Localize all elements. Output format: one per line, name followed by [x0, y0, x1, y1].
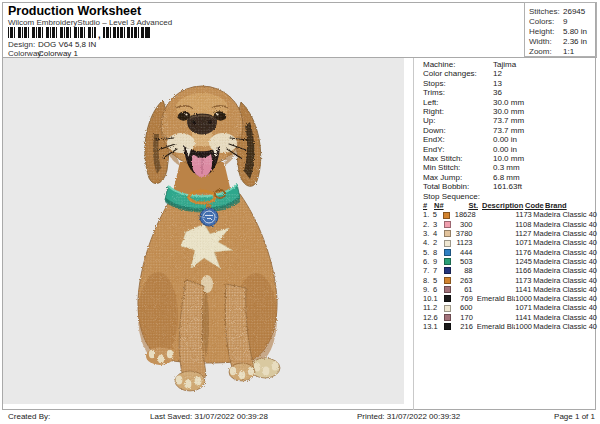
thread-code: 1176: [515, 248, 533, 257]
machine-setting-row: Left: 30.0 mm: [423, 98, 597, 107]
thread-code: 1166: [515, 266, 533, 275]
dog-embroidery-design: [130, 83, 285, 403]
thread-description: Emerald Black: [477, 294, 515, 303]
thread-color-swatch: [443, 212, 450, 219]
needle-number: 5: [433, 210, 444, 219]
needle-number: 7: [433, 266, 444, 275]
thread-color-swatch: [444, 305, 451, 312]
thread-brand: Madeira Classic 40: [533, 285, 597, 294]
col-header-code: Code: [525, 201, 545, 210]
panel-divider: [413, 58, 414, 410]
stats-value: 5.80 in: [563, 27, 587, 37]
stop-number: 1.: [423, 210, 433, 219]
stop-sequence-heading: Stop Sequence:: [423, 192, 597, 201]
stop-sequence-row: 3. 4 3780 1127 Madeira Classic 40: [423, 229, 597, 238]
machine-setting-value: 0.3 mm: [493, 163, 520, 172]
needle-number: 9: [433, 257, 444, 266]
stitch-count: 444: [455, 248, 476, 257]
thread-brand: Madeira Classic 40: [533, 266, 597, 275]
machine-setting-label: Machine:: [423, 60, 493, 69]
machine-setting-value: 36: [493, 88, 502, 97]
stop-sequence-row: 8. 5 263 1173 Madeira Classic 40: [423, 276, 597, 285]
thread-code: 1108: [515, 220, 533, 229]
machine-setting-value: Tajima: [493, 60, 516, 69]
machine-setting-label: Stops:: [423, 79, 493, 88]
stop-number: 3.: [423, 229, 433, 238]
machine-setting-label: Min Stitch:: [423, 163, 493, 172]
thread-brand: Madeira Classic 40: [533, 276, 597, 285]
stitch-count: 170: [456, 313, 477, 322]
thread-code: 1071: [515, 303, 533, 312]
machine-setting-label: Down:: [423, 126, 493, 135]
machine-setting-row: EndY: 0.00 in: [423, 145, 597, 154]
machine-setting-value: 12: [493, 69, 502, 78]
thread-code: 1173: [516, 210, 534, 219]
stats-row: Width: 2.36 in: [529, 37, 596, 47]
machine-setting-label: Left:: [423, 98, 493, 107]
stats-value: 1:1: [563, 47, 574, 57]
stop-number: 5.: [423, 248, 433, 257]
machine-setting-row: Total Bobbin: 161.63ft: [423, 182, 597, 191]
col-header-needle: N#: [434, 201, 446, 210]
stats-row: Zoom: 1:1: [529, 47, 596, 57]
thread-code: 1000: [515, 294, 533, 303]
stitch-count: 88: [455, 266, 476, 275]
machine-setting-value: 161.63ft: [493, 182, 522, 191]
needle-number: 6: [433, 313, 444, 322]
col-header-num: #: [423, 201, 434, 210]
thread-color-swatch: [444, 295, 451, 302]
col-header-description: Description: [482, 201, 525, 210]
machine-setting-row: Trims: 36: [423, 88, 597, 97]
stop-sequence-row: 13. 1 216 Emerald Black 1000 Madeira Cla…: [423, 322, 597, 331]
thread-color-swatch: [444, 323, 451, 330]
thread-color-swatch: [444, 249, 451, 256]
thread-color-swatch: [444, 258, 451, 265]
stitch-count: 503: [455, 257, 476, 266]
thread-brand: Madeira Classic 40: [533, 303, 597, 312]
needle-number: 2: [433, 303, 444, 312]
machine-setting-value: 30.0 mm: [493, 107, 524, 116]
stop-sequence-row: 2. 3 300 1108 Madeira Classic 40: [423, 220, 597, 229]
machine-setting-row: Min Stitch: 0.3 mm: [423, 163, 597, 172]
design-stats-box: Stitches: 26945 Colors: 9 Height: 5.80 i…: [524, 2, 597, 57]
machine-setting-value: 73.7 mm: [493, 126, 524, 135]
machine-settings-list: Machine: Tajima Color changes: 12 Stops:…: [423, 60, 597, 191]
stop-number: 11.: [423, 303, 433, 312]
machine-setting-label: Max Stitch:: [423, 154, 493, 163]
page-title: Production Worksheet: [8, 4, 141, 18]
machine-setting-label: Up:: [423, 116, 493, 125]
thread-code: 1127: [515, 229, 533, 238]
col-header-stitches: St.: [459, 201, 482, 210]
machine-setting-value: 10.0 mm: [493, 154, 524, 163]
machine-setting-value: 73.7 mm: [493, 116, 524, 125]
design-label: Design:: [8, 40, 38, 49]
stitch-count: 1123: [455, 238, 476, 247]
colorway-value: Colorway 1: [38, 49, 78, 58]
stop-sequence-row: 11. 2 600 1071 Madeira Classic 40: [423, 303, 597, 312]
design-value: DOG V64 5,8 IN: [38, 40, 96, 49]
stitch-count: 300: [455, 220, 476, 229]
stop-sequence-row: 9. 6 61 1141 Madeira Classic 40: [423, 285, 597, 294]
stop-sequence-header-row: # N# St. Description Code Brand: [423, 201, 597, 210]
stop-number: 6.: [423, 257, 433, 266]
machine-setting-label: Total Bobbin:: [423, 182, 493, 191]
thread-color-swatch: [444, 221, 451, 228]
stop-sequence-row: 7. 7 88 1166 Madeira Classic 40: [423, 266, 597, 275]
needle-number: 6: [433, 285, 444, 294]
machine-setting-label: Trims:: [423, 88, 493, 97]
machine-setting-label: Right:: [423, 107, 493, 116]
machine-setting-row: Down: 73.7 mm: [423, 126, 597, 135]
machine-setting-value: 0.00 in: [493, 135, 517, 144]
stats-row: Stitches: 26945: [529, 7, 596, 17]
thread-color-swatch: [444, 230, 451, 237]
thread-code: 1245: [515, 257, 533, 266]
needle-number: 1: [433, 294, 444, 303]
thread-brand: Madeira Classic 40: [533, 220, 597, 229]
stop-sequence-table: 1. 5 18628 1173 Madeira Classic 40 2. 3 …: [423, 210, 597, 331]
machine-setting-label: EndX:: [423, 135, 493, 144]
stats-label: Zoom:: [529, 47, 563, 57]
stitch-count: 61: [455, 285, 476, 294]
thread-color-swatch: [444, 277, 451, 284]
machine-setting-value: 13: [493, 79, 502, 88]
stop-sequence-row: 5. 8 444 1176 Madeira Classic 40: [423, 248, 597, 257]
